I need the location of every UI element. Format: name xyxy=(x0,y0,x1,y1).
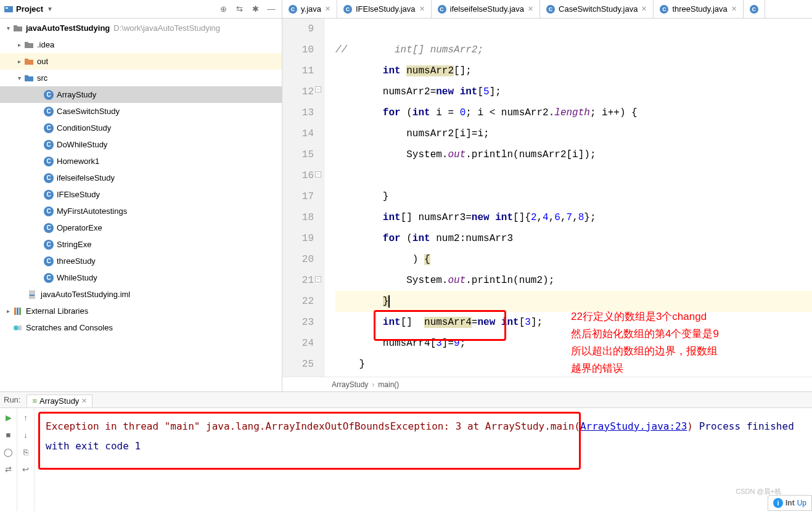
tree-folder-idea[interactable]: ▸ .idea xyxy=(0,36,282,53)
class-icon xyxy=(546,5,555,14)
close-icon[interactable]: ✕ xyxy=(641,5,647,13)
close-icon[interactable]: ✕ xyxy=(325,5,330,13)
tab-IFElseStudy.java[interactable]: IFElseStudy.java✕ xyxy=(337,0,432,18)
scratches-label: Scratches and Consoles xyxy=(26,323,113,332)
tree-class-CaseSwitchStudy[interactable]: CaseSwitchStudy xyxy=(0,103,282,120)
tree-class-StringExe[interactable]: StringExe xyxy=(0,236,282,253)
tree-class-IFElseStudy[interactable]: IFElseStudy xyxy=(0,186,282,203)
line-number: 15 xyxy=(282,144,314,165)
run-panel: ▶ ■ ◯ ⇄ ↑ ↓ ⎘ ↩ Exception in thread "mai… xyxy=(0,392,812,511)
tree-iml[interactable]: javaAutoTestStudying.iml xyxy=(0,286,282,303)
run-toolbar-right: ↑ ↓ ⎘ ↩ xyxy=(17,408,35,511)
code-editor[interactable]: 910111213141516171819202122232425 − − − … xyxy=(282,18,812,377)
class-label: StringExe xyxy=(57,240,91,249)
down-icon[interactable]: ↓ xyxy=(20,429,31,440)
project-dropdown[interactable]: Project xyxy=(16,4,43,14)
notification-popup[interactable]: i Int Up xyxy=(768,495,812,511)
tab-CaseSwitchStudy.java[interactable]: CaseSwitchStudy.java✕ xyxy=(540,0,654,18)
tree-scratches[interactable]: Scratches and Consoles xyxy=(0,319,282,336)
class-icon xyxy=(438,5,446,14)
class-label: CaseSwitchStudy xyxy=(57,107,120,116)
class-label: OperatorExe xyxy=(57,223,102,232)
class-label: MyFirstAutotestings xyxy=(57,206,127,216)
export-icon[interactable]: ⎘ xyxy=(20,446,31,457)
code-body[interactable]: // int[] numsArr2; int numsArr2[]; numsA… xyxy=(324,18,812,377)
tab-overflow[interactable] xyxy=(744,0,765,18)
tab-ifelseifelseStudy.java[interactable]: ifelseifelseStudy.java✕ xyxy=(432,0,540,18)
hint-text: Int xyxy=(785,499,795,507)
tree-class-Homework1[interactable]: Homework1 xyxy=(0,153,282,170)
breadcrumb-item[interactable]: main() xyxy=(378,380,399,389)
camera-icon[interactable]: ◯ xyxy=(3,446,14,457)
run-button[interactable]: ▶ xyxy=(3,412,14,423)
tab-threeStudy.java[interactable]: threeStudy.java✕ xyxy=(654,0,743,18)
code-line: // int[] numsArr2; xyxy=(335,44,483,55)
tree-class-ArrayStudy[interactable]: ArrayStudy xyxy=(0,86,282,103)
up-icon[interactable]: ↑ xyxy=(20,412,31,423)
wrap-icon[interactable]: ↩ xyxy=(20,464,31,475)
line-number: 23 xyxy=(282,312,314,333)
class-label: ArrayStudy xyxy=(57,90,96,99)
annotation-text: 22行定义的数组是3个changd 然后初始化数组的第4个变量是9 所以超出的数… xyxy=(571,308,719,377)
class-icon xyxy=(43,206,54,217)
class-icon xyxy=(43,106,54,117)
class-icon xyxy=(750,5,758,14)
update-link[interactable]: Up xyxy=(797,499,806,507)
close-icon[interactable]: ✕ xyxy=(528,5,533,13)
run-header: Run: ≡ ArrayStudy ✕ xyxy=(0,392,812,408)
tab-label: ifelseifelseStudy.java xyxy=(450,4,524,14)
layout-icon[interactable]: ⇄ xyxy=(3,464,14,475)
fold-icon[interactable]: − xyxy=(315,171,321,178)
tree-root[interactable]: ▾ javaAutoTestStudying D:\work\javaAutoT… xyxy=(0,20,282,36)
chevron-down-icon: ▾ xyxy=(15,75,23,81)
close-icon[interactable]: ✕ xyxy=(81,397,87,405)
settings-icon[interactable]: ✱ xyxy=(248,2,262,16)
folder-icon xyxy=(23,56,35,67)
line-number: 10 xyxy=(282,39,314,60)
tab-y.java[interactable]: y.java✕ xyxy=(282,0,337,18)
line-number: 11 xyxy=(282,60,314,81)
svg-rect-5 xyxy=(17,308,18,315)
target-button[interactable]: ⊕ xyxy=(216,2,230,16)
tree-class-DoWhileStudy[interactable]: DoWhileStudy xyxy=(0,136,282,153)
tree-ext-lib[interactable]: ▸ External Libraries xyxy=(0,303,282,319)
hide-button[interactable]: — xyxy=(265,2,278,16)
tree-class-MyFirstAutotestings[interactable]: MyFirstAutotestings xyxy=(0,203,282,219)
breadcrumb[interactable]: ArrayStudy › main() xyxy=(282,377,812,391)
tree-class-OperatorExe[interactable]: OperatorExe xyxy=(0,219,282,236)
tree-class-WhileStudy[interactable]: WhileStudy xyxy=(0,269,282,286)
line-number: 12 xyxy=(282,81,314,102)
breadcrumb-item[interactable]: ArrayStudy xyxy=(332,380,368,389)
source-link[interactable]: ArrayStudy.java:23 xyxy=(580,420,687,432)
chevron-right-icon: › xyxy=(372,380,374,389)
line-number: 21 xyxy=(282,270,314,291)
kw: int xyxy=(383,65,406,76)
class-label: WhileStudy xyxy=(57,273,97,282)
fold-icon[interactable]: − xyxy=(315,86,321,92)
tree-class-threeStudy[interactable]: threeStudy xyxy=(0,253,282,269)
highlight-box xyxy=(374,310,506,341)
tree-folder-out[interactable]: ▸ out xyxy=(0,53,282,70)
fold-icon[interactable]: − xyxy=(315,276,321,282)
tree-folder-src[interactable]: ▾ src xyxy=(0,70,282,86)
editor-tabs[interactable]: y.java✕IFElseStudy.java✕ifelseifelseStud… xyxy=(282,0,812,18)
tree-class-ifelseifelseStudy[interactable]: ifelseifelseStudy xyxy=(0,170,282,186)
expand-button[interactable]: ⇆ xyxy=(232,2,246,16)
library-icon xyxy=(12,306,23,317)
stop-button[interactable]: ■ xyxy=(3,429,14,440)
class-icon xyxy=(43,189,54,200)
highlight-box xyxy=(38,412,581,470)
line-number: 17 xyxy=(282,186,314,207)
tree-class-ConditionStudy[interactable]: ConditionStudy xyxy=(0,120,282,136)
project-icon xyxy=(4,4,14,14)
svg-rect-8 xyxy=(18,325,22,330)
console-output[interactable]: Exception in thread "main" java.lang.Arr… xyxy=(35,408,812,511)
svg-rect-0 xyxy=(4,6,13,12)
folder-label: out xyxy=(37,57,48,66)
run-tab[interactable]: ≡ ArrayStudy ✕ xyxy=(27,394,92,407)
close-icon[interactable]: ✕ xyxy=(731,5,737,13)
folder-icon xyxy=(23,73,35,84)
class-icon xyxy=(43,272,54,284)
close-icon[interactable]: ✕ xyxy=(419,5,425,13)
project-tree[interactable]: ▾ javaAutoTestStudying D:\work\javaAutoT… xyxy=(0,18,282,391)
